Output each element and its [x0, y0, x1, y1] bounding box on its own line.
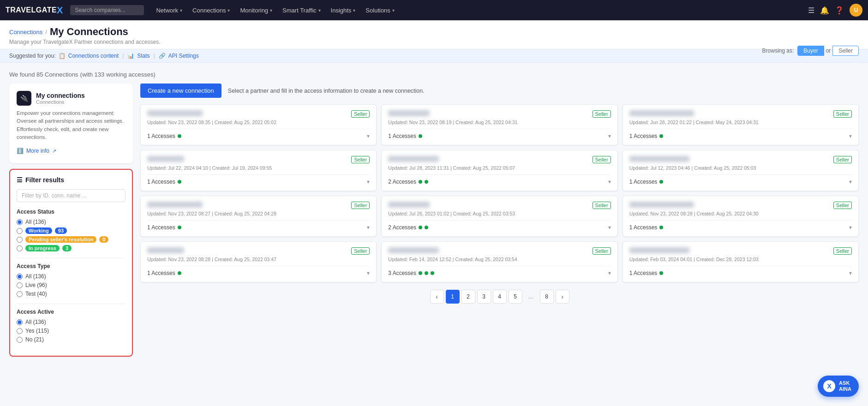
page-1-button[interactable]: 1 — [446, 290, 460, 304]
connection-footer: 1 Accesses ▾ — [629, 174, 852, 185]
info-icon: ℹ️ — [17, 148, 24, 154]
accesses-info: 1 Accesses — [147, 133, 181, 139]
filter-panel: ☰ Filter results Access Status All (136)… — [9, 169, 133, 357]
my-connections-card: 🔌 My connections Connections Empower you… — [9, 84, 133, 163]
prev-page-button[interactable]: ‹ — [430, 290, 444, 304]
buyer-toggle[interactable]: Buyer — [797, 46, 824, 56]
connection-footer: 2 Accesses ▾ — [388, 174, 611, 185]
accesses-info: 3 Accesses — [388, 270, 434, 276]
accesses-info: 1 Accesses — [629, 133, 664, 139]
seller-toggle[interactable]: Seller — [832, 46, 859, 56]
accesses-info: 1 Accesses — [147, 270, 181, 276]
expand-connection-icon[interactable]: ▾ — [367, 179, 370, 185]
connection-footer: 1 Accesses ▾ — [147, 266, 370, 276]
expand-connection-icon[interactable]: ▾ — [367, 270, 370, 276]
nav-monitoring[interactable]: Monitoring ▾ — [235, 4, 277, 17]
navbar-right: ☰ 🔔 ❓ U — [808, 4, 862, 17]
nav-connections[interactable]: Connections ▾ — [188, 4, 234, 17]
logo[interactable]: TRAVELGATEX — [6, 5, 63, 16]
nav-network[interactable]: Network ▾ — [151, 4, 187, 17]
expand-connection-icon[interactable]: ▾ — [367, 224, 370, 231]
nav-smart-traffic[interactable]: Smart Traffic ▾ — [278, 4, 325, 17]
nav-solutions[interactable]: Solutions ▾ — [361, 4, 399, 17]
status-pending[interactable]: Pending seller's resolution 0 — [17, 236, 126, 243]
status-all[interactable]: All (136) — [17, 219, 126, 225]
icon-connections-content: 📋 — [59, 53, 66, 59]
pending-badge: Pending seller's resolution — [25, 236, 96, 243]
connection-card: Seller Updated: Nov 23, 2022 08:19 | Cre… — [381, 104, 617, 145]
working-badge: Working — [25, 227, 52, 234]
connection-footer: 1 Accesses ▾ — [388, 129, 611, 139]
expand-connection-icon[interactable]: ▾ — [849, 224, 852, 231]
connection-meta: Updated: Jul 26, 2023 01:02 | Created: A… — [388, 211, 611, 216]
browsing-toggle[interactable]: Buyer or Seller — [797, 46, 859, 56]
seller-badge: Seller — [351, 247, 370, 255]
browsing-label: Browsing as: — [762, 48, 794, 54]
type-all[interactable]: All (136) — [17, 273, 126, 280]
expand-connection-icon[interactable]: ▾ — [849, 179, 852, 185]
chevron-down-icon: ▾ — [180, 8, 182, 13]
connection-footer: 3 Accesses ▾ — [388, 266, 611, 276]
card-title: My connections — [36, 92, 85, 99]
connection-card-header: Seller — [629, 156, 852, 163]
connections-content-link[interactable]: Connections content — [68, 53, 119, 59]
expand-connection-icon[interactable]: ▾ — [608, 179, 611, 185]
chevron-down-icon: ▾ — [270, 8, 272, 13]
avatar[interactable]: U — [850, 4, 862, 17]
active-all[interactable]: All (136) — [17, 319, 126, 325]
breadcrumb-parent[interactable]: Connections — [9, 29, 42, 36]
accesses-count: 1 Accesses — [147, 179, 175, 185]
connection-name — [388, 156, 439, 162]
connection-meta: Updated: Nov 23, 2022 08:28 | Created: A… — [629, 211, 852, 216]
filter-input[interactable] — [17, 189, 126, 202]
icon-api-settings: 🔗 — [159, 53, 166, 59]
expand-connection-icon[interactable]: ▾ — [608, 270, 611, 276]
expand-connection-icon[interactable]: ▾ — [608, 224, 611, 231]
api-settings-link[interactable]: API Settings — [168, 53, 199, 59]
messages-icon[interactable]: ☰ — [808, 6, 814, 15]
active-yes[interactable]: Yes (115) — [17, 328, 126, 334]
help-icon[interactable]: ❓ — [835, 6, 844, 15]
connection-card: Seller Updated: Nov 23, 2022 08:27 | Cre… — [140, 196, 377, 237]
type-live[interactable]: Live (96) — [17, 282, 126, 288]
connection-card: Seller Updated: Jun 28, 2022 01:22 | Cre… — [623, 104, 859, 145]
company-search-input[interactable] — [70, 5, 144, 15]
page-4-button[interactable]: 4 — [493, 290, 507, 304]
connection-card: Seller Updated: Jul 28, 2023 11:31 | Cre… — [381, 150, 617, 191]
status-inprogress[interactable]: In progress 3 — [17, 245, 126, 251]
nav-insights[interactable]: Insights ▾ — [326, 4, 360, 17]
notifications-icon[interactable]: 🔔 — [820, 6, 829, 15]
next-page-button[interactable]: › — [556, 290, 569, 304]
expand-connection-icon[interactable]: ▾ — [849, 270, 852, 276]
inprogress-count-badge: 3 — [62, 245, 72, 251]
expand-connection-icon[interactable]: ▾ — [367, 133, 370, 139]
connection-name — [147, 156, 184, 162]
stats-link[interactable]: Stats — [137, 53, 150, 59]
connection-name — [388, 110, 430, 116]
seller-badge: Seller — [833, 247, 852, 255]
card-header: 🔌 My connections Connections — [17, 91, 126, 106]
connection-footer: 1 Accesses ▾ — [629, 129, 852, 139]
status-working[interactable]: Working 93 — [17, 227, 126, 234]
content-row: 🔌 My connections Connections Empower you… — [9, 84, 859, 357]
connection-name — [629, 156, 689, 162]
page-5-button[interactable]: 5 — [509, 290, 522, 304]
connection-name — [629, 202, 694, 208]
create-description: Select a partner and fill in the access … — [228, 88, 425, 94]
active-no[interactable]: No (21) — [17, 336, 126, 343]
page-2-button[interactable]: 2 — [461, 290, 475, 304]
accesses-info: 1 Accesses — [629, 224, 664, 231]
page-8-button[interactable]: 8 — [540, 290, 554, 304]
pagination-ellipsis: ... — [524, 290, 538, 304]
create-connection-button[interactable]: Create a new connection — [140, 84, 221, 98]
page-3-button[interactable]: 3 — [477, 290, 491, 304]
connection-meta: Updated: Jul 28, 2023 11:31 | Created: A… — [388, 165, 611, 171]
seller-badge: Seller — [593, 247, 611, 255]
expand-connection-icon[interactable]: ▾ — [608, 133, 611, 139]
page-subtitle: Manage your TravelgateX Partner connecti… — [9, 39, 859, 45]
type-test[interactable]: Test (40) — [17, 291, 126, 297]
expand-connection-icon[interactable]: ▾ — [849, 133, 852, 139]
accesses-info: 1 Accesses — [629, 270, 664, 276]
breadcrumb: Connections / My Connections — [9, 26, 859, 38]
more-info-button[interactable]: ℹ️ More info ↗ — [17, 146, 126, 156]
